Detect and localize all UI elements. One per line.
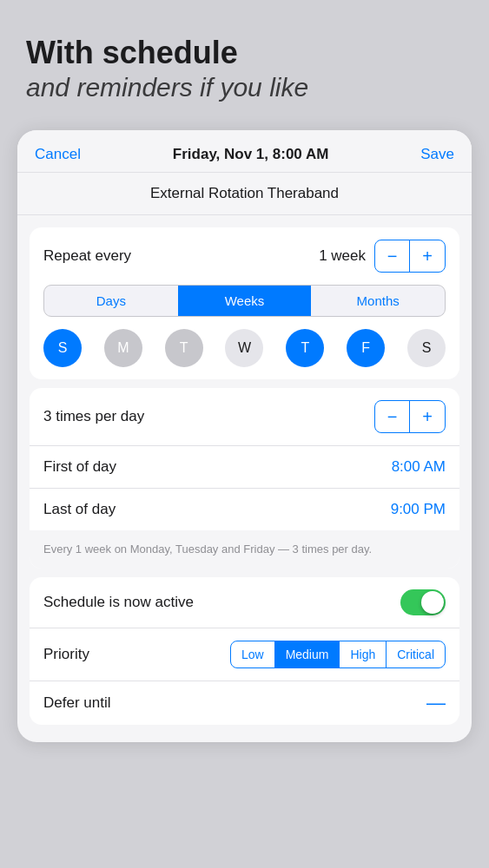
repeat-decrement-button[interactable]: −	[375, 240, 410, 272]
times-stepper: − +	[374, 400, 446, 433]
times-section: 3 times per day − + First of day 8:00 AM…	[30, 388, 459, 568]
schedule-description-row: Every 1 week on Monday, Tuesday and Frid…	[30, 530, 459, 568]
repeat-label: Repeat every	[43, 247, 131, 265]
last-of-day-label: Last of day	[43, 501, 116, 518]
period-segment-control: Days Weeks Months	[43, 285, 446, 317]
settings-section: Schedule is now active Priority Low Medi…	[30, 577, 459, 725]
toggle-thumb	[421, 591, 444, 614]
day-tuesday-button[interactable]: T	[165, 329, 203, 367]
bottom-spacer	[17, 725, 472, 742]
days-row: S M T W T F S	[30, 329, 459, 379]
times-increment-button[interactable]: +	[410, 401, 445, 432]
priority-low-button[interactable]: Low	[231, 641, 274, 667]
priority-row: Priority Low Medium High Critical	[30, 628, 459, 681]
priority-high-button[interactable]: High	[339, 641, 386, 667]
repeat-stepper: − +	[374, 240, 446, 273]
main-card: Cancel Friday, Nov 1, 8:00 AM Save Exter…	[17, 130, 472, 741]
header-subtitle: and reminders if you like	[26, 70, 463, 104]
repeat-value: 1 week	[319, 247, 366, 265]
schedule-active-row: Schedule is now active	[30, 577, 459, 628]
repeat-section: Repeat every 1 week − + Days Weeks Month…	[30, 227, 459, 379]
nav-date-title: Friday, Nov 1, 8:00 AM	[173, 146, 329, 163]
times-decrement-button[interactable]: −	[375, 401, 410, 432]
day-friday-button[interactable]: F	[347, 329, 385, 367]
exercise-title: External Rotation Theraband	[150, 185, 339, 201]
repeat-controls: 1 week − +	[319, 240, 446, 273]
priority-segment-control: Low Medium High Critical	[230, 641, 446, 668]
app-header: With schedule and reminders if you like	[17, 35, 472, 130]
defer-until-row[interactable]: Defer until —	[30, 681, 459, 725]
exercise-title-row: External Rotation Theraband	[17, 173, 472, 215]
defer-until-value: —	[426, 694, 446, 713]
segment-weeks-button[interactable]: Weeks	[178, 286, 312, 316]
repeat-row: Repeat every 1 week − +	[30, 227, 459, 285]
day-thursday-button[interactable]: T	[286, 329, 324, 367]
day-sunday-button[interactable]: S	[43, 329, 82, 367]
repeat-increment-button[interactable]: +	[410, 240, 445, 272]
schedule-active-toggle[interactable]	[400, 589, 446, 615]
segment-row: Days Weeks Months	[30, 285, 459, 329]
save-button[interactable]: Save	[420, 146, 454, 163]
header-title: With schedule	[26, 35, 463, 70]
times-header-row: 3 times per day − +	[30, 388, 459, 446]
priority-critical-button[interactable]: Critical	[386, 641, 445, 667]
segment-days-button[interactable]: Days	[44, 286, 178, 316]
day-saturday-button[interactable]: S	[407, 329, 446, 367]
schedule-active-label: Schedule is now active	[43, 594, 194, 611]
priority-label: Priority	[43, 646, 89, 663]
priority-medium-button[interactable]: Medium	[274, 641, 340, 667]
last-of-day-row[interactable]: Last of day 9:00 PM	[30, 488, 459, 530]
first-of-day-label: First of day	[43, 458, 116, 476]
schedule-description: Every 1 week on Monday, Tuesday and Frid…	[43, 542, 372, 556]
segment-months-button[interactable]: Months	[311, 286, 445, 316]
day-monday-button[interactable]: M	[104, 329, 142, 367]
day-wednesday-button[interactable]: W	[225, 329, 263, 367]
nav-bar: Cancel Friday, Nov 1, 8:00 AM Save	[17, 130, 472, 173]
first-of-day-row[interactable]: First of day 8:00 AM	[30, 446, 459, 488]
last-of-day-value: 9:00 PM	[391, 501, 446, 518]
first-of-day-value: 8:00 AM	[392, 458, 446, 476]
times-per-day-label: 3 times per day	[43, 408, 144, 425]
cancel-button[interactable]: Cancel	[35, 146, 81, 163]
defer-until-label: Defer until	[43, 694, 110, 712]
